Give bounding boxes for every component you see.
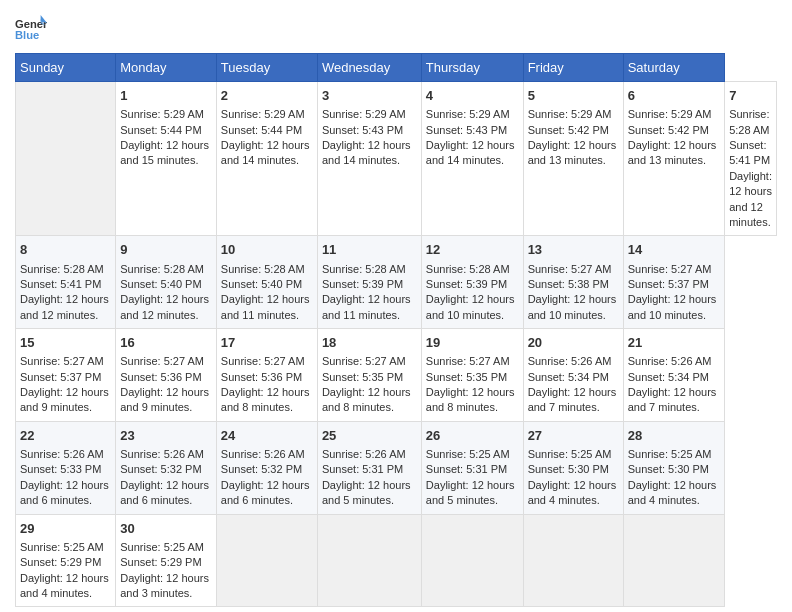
- day-number: 15: [20, 334, 111, 352]
- calendar-cell: 27Sunrise: 5:25 AMSunset: 5:30 PMDayligh…: [523, 421, 623, 514]
- day-info: Sunrise: 5:26 AMSunset: 5:34 PMDaylight:…: [628, 355, 717, 413]
- day-number: 19: [426, 334, 519, 352]
- day-number: 13: [528, 241, 619, 259]
- calendar-cell: 22Sunrise: 5:26 AMSunset: 5:33 PMDayligh…: [16, 421, 116, 514]
- calendar-cell: 28Sunrise: 5:25 AMSunset: 5:30 PMDayligh…: [623, 421, 724, 514]
- day-number: 23: [120, 427, 212, 445]
- day-info: Sunrise: 5:28 AMSunset: 5:39 PMDaylight:…: [426, 263, 515, 321]
- calendar-cell: 30Sunrise: 5:25 AMSunset: 5:29 PMDayligh…: [116, 514, 217, 607]
- calendar-cell: 12Sunrise: 5:28 AMSunset: 5:39 PMDayligh…: [421, 236, 523, 329]
- calendar-cell: [317, 514, 421, 607]
- day-number: 18: [322, 334, 417, 352]
- calendar-cell: 13Sunrise: 5:27 AMSunset: 5:38 PMDayligh…: [523, 236, 623, 329]
- day-info: Sunrise: 5:25 AMSunset: 5:30 PMDaylight:…: [628, 448, 717, 506]
- day-info: Sunrise: 5:29 AMSunset: 5:43 PMDaylight:…: [426, 108, 515, 166]
- day-info: Sunrise: 5:29 AMSunset: 5:42 PMDaylight:…: [628, 108, 717, 166]
- day-number: 24: [221, 427, 313, 445]
- calendar-cell: 15Sunrise: 5:27 AMSunset: 5:37 PMDayligh…: [16, 329, 116, 422]
- day-info: Sunrise: 5:28 AMSunset: 5:40 PMDaylight:…: [221, 263, 310, 321]
- day-info: Sunrise: 5:25 AMSunset: 5:29 PMDaylight:…: [20, 541, 109, 599]
- calendar-cell: 20Sunrise: 5:26 AMSunset: 5:34 PMDayligh…: [523, 329, 623, 422]
- day-info: Sunrise: 5:27 AMSunset: 5:36 PMDaylight:…: [120, 355, 209, 413]
- day-number: 5: [528, 87, 619, 105]
- day-info: Sunrise: 5:26 AMSunset: 5:31 PMDaylight:…: [322, 448, 411, 506]
- day-info: Sunrise: 5:29 AMSunset: 5:43 PMDaylight:…: [322, 108, 411, 166]
- calendar-cell: 10Sunrise: 5:28 AMSunset: 5:40 PMDayligh…: [216, 236, 317, 329]
- calendar-cell: 1Sunrise: 5:29 AMSunset: 5:44 PMDaylight…: [116, 82, 217, 236]
- week-row-4: 22Sunrise: 5:26 AMSunset: 5:33 PMDayligh…: [16, 421, 777, 514]
- day-number: 2: [221, 87, 313, 105]
- day-info: Sunrise: 5:27 AMSunset: 5:38 PMDaylight:…: [528, 263, 617, 321]
- calendar-cell: [523, 514, 623, 607]
- week-row-5: 29Sunrise: 5:25 AMSunset: 5:29 PMDayligh…: [16, 514, 777, 607]
- day-number: 9: [120, 241, 212, 259]
- day-info: Sunrise: 5:25 AMSunset: 5:29 PMDaylight:…: [120, 541, 209, 599]
- column-header-thursday: Thursday: [421, 54, 523, 82]
- calendar-cell: 7Sunrise: 5:28 AMSunset: 5:41 PMDaylight…: [725, 82, 777, 236]
- day-info: Sunrise: 5:27 AMSunset: 5:37 PMDaylight:…: [628, 263, 717, 321]
- day-info: Sunrise: 5:28 AMSunset: 5:39 PMDaylight:…: [322, 263, 411, 321]
- calendar-cell: 14Sunrise: 5:27 AMSunset: 5:37 PMDayligh…: [623, 236, 724, 329]
- day-number: 6: [628, 87, 720, 105]
- calendar-cell: 23Sunrise: 5:26 AMSunset: 5:32 PMDayligh…: [116, 421, 217, 514]
- day-number: 21: [628, 334, 720, 352]
- day-number: 26: [426, 427, 519, 445]
- day-info: Sunrise: 5:28 AMSunset: 5:41 PMDaylight:…: [20, 263, 109, 321]
- day-number: 11: [322, 241, 417, 259]
- calendar-cell: 24Sunrise: 5:26 AMSunset: 5:32 PMDayligh…: [216, 421, 317, 514]
- day-info: Sunrise: 5:25 AMSunset: 5:31 PMDaylight:…: [426, 448, 515, 506]
- calendar-cell: 17Sunrise: 5:27 AMSunset: 5:36 PMDayligh…: [216, 329, 317, 422]
- calendar-cell: [421, 514, 523, 607]
- day-info: Sunrise: 5:29 AMSunset: 5:44 PMDaylight:…: [120, 108, 209, 166]
- day-info: Sunrise: 5:26 AMSunset: 5:33 PMDaylight:…: [20, 448, 109, 506]
- week-row-1: 1Sunrise: 5:29 AMSunset: 5:44 PMDaylight…: [16, 82, 777, 236]
- calendar-table: SundayMondayTuesdayWednesdayThursdayFrid…: [15, 53, 777, 607]
- logo-icon: General Blue: [15, 15, 47, 43]
- calendar-cell: [623, 514, 724, 607]
- day-info: Sunrise: 5:29 AMSunset: 5:44 PMDaylight:…: [221, 108, 310, 166]
- day-info: Sunrise: 5:25 AMSunset: 5:30 PMDaylight:…: [528, 448, 617, 506]
- calendar-cell: 16Sunrise: 5:27 AMSunset: 5:36 PMDayligh…: [116, 329, 217, 422]
- column-header-wednesday: Wednesday: [317, 54, 421, 82]
- calendar-cell: 11Sunrise: 5:28 AMSunset: 5:39 PMDayligh…: [317, 236, 421, 329]
- day-number: 17: [221, 334, 313, 352]
- day-info: Sunrise: 5:26 AMSunset: 5:32 PMDaylight:…: [221, 448, 310, 506]
- header-row: SundayMondayTuesdayWednesdayThursdayFrid…: [16, 54, 777, 82]
- column-header-sunday: Sunday: [16, 54, 116, 82]
- day-number: 8: [20, 241, 111, 259]
- calendar-cell: 18Sunrise: 5:27 AMSunset: 5:35 PMDayligh…: [317, 329, 421, 422]
- day-info: Sunrise: 5:27 AMSunset: 5:36 PMDaylight:…: [221, 355, 310, 413]
- logo: General Blue: [15, 15, 47, 43]
- day-number: 7: [729, 87, 772, 105]
- column-header-saturday: Saturday: [623, 54, 724, 82]
- day-number: 22: [20, 427, 111, 445]
- day-number: 1: [120, 87, 212, 105]
- calendar-cell: 6Sunrise: 5:29 AMSunset: 5:42 PMDaylight…: [623, 82, 724, 236]
- calendar-cell: 26Sunrise: 5:25 AMSunset: 5:31 PMDayligh…: [421, 421, 523, 514]
- calendar-cell: [16, 82, 116, 236]
- calendar-cell: 2Sunrise: 5:29 AMSunset: 5:44 PMDaylight…: [216, 82, 317, 236]
- day-info: Sunrise: 5:28 AMSunset: 5:40 PMDaylight:…: [120, 263, 209, 321]
- day-info: Sunrise: 5:29 AMSunset: 5:42 PMDaylight:…: [528, 108, 617, 166]
- calendar-cell: 19Sunrise: 5:27 AMSunset: 5:35 PMDayligh…: [421, 329, 523, 422]
- calendar-cell: 4Sunrise: 5:29 AMSunset: 5:43 PMDaylight…: [421, 82, 523, 236]
- day-info: Sunrise: 5:27 AMSunset: 5:35 PMDaylight:…: [426, 355, 515, 413]
- day-number: 27: [528, 427, 619, 445]
- day-info: Sunrise: 5:28 AMSunset: 5:41 PMDaylight:…: [729, 108, 772, 228]
- column-header-friday: Friday: [523, 54, 623, 82]
- week-row-3: 15Sunrise: 5:27 AMSunset: 5:37 PMDayligh…: [16, 329, 777, 422]
- calendar-cell: 8Sunrise: 5:28 AMSunset: 5:41 PMDaylight…: [16, 236, 116, 329]
- day-info: Sunrise: 5:27 AMSunset: 5:35 PMDaylight:…: [322, 355, 411, 413]
- calendar-cell: 5Sunrise: 5:29 AMSunset: 5:42 PMDaylight…: [523, 82, 623, 236]
- day-number: 28: [628, 427, 720, 445]
- page-header: General Blue: [15, 15, 777, 43]
- day-number: 30: [120, 520, 212, 538]
- day-number: 3: [322, 87, 417, 105]
- day-number: 12: [426, 241, 519, 259]
- day-number: 14: [628, 241, 720, 259]
- column-header-monday: Monday: [116, 54, 217, 82]
- calendar-cell: 9Sunrise: 5:28 AMSunset: 5:40 PMDaylight…: [116, 236, 217, 329]
- day-number: 20: [528, 334, 619, 352]
- week-row-2: 8Sunrise: 5:28 AMSunset: 5:41 PMDaylight…: [16, 236, 777, 329]
- day-info: Sunrise: 5:26 AMSunset: 5:34 PMDaylight:…: [528, 355, 617, 413]
